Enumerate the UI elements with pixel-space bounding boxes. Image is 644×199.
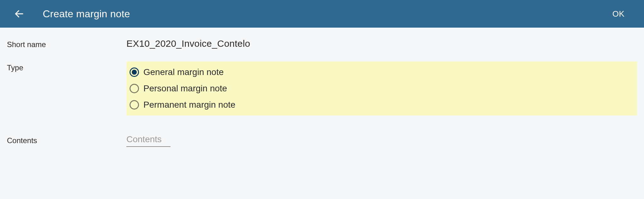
back-button[interactable] xyxy=(14,8,25,19)
short-name-value: EX10_2020_Invoice_Contelo xyxy=(126,38,250,49)
contents-label: Contents xyxy=(7,134,126,145)
contents-input[interactable] xyxy=(126,134,170,147)
type-row: Type General margin note Personal margin… xyxy=(7,62,637,116)
radio-icon xyxy=(130,84,139,93)
form-content: Short name EX10_2020_Invoice_Contelo Typ… xyxy=(0,28,644,170)
contents-row: Contents xyxy=(7,134,637,147)
short-name-row: Short name EX10_2020_Invoice_Contelo xyxy=(7,38,637,49)
type-radio-group: General margin note Personal margin note… xyxy=(126,62,637,116)
radio-label: Permanent margin note xyxy=(143,100,236,110)
short-name-label: Short name xyxy=(7,38,126,49)
arrow-left-icon xyxy=(14,8,25,19)
page-title: Create margin note xyxy=(43,8,607,20)
dialog-header: Create margin note OK xyxy=(0,0,644,28)
radio-icon xyxy=(130,67,139,77)
radio-icon xyxy=(130,100,139,110)
contents-field-wrapper xyxy=(126,134,170,147)
radio-label: Personal margin note xyxy=(143,83,227,94)
type-label: Type xyxy=(7,62,126,72)
radio-personal-margin-note[interactable]: Personal margin note xyxy=(130,82,634,95)
ok-button[interactable]: OK xyxy=(607,6,630,22)
radio-general-margin-note[interactable]: General margin note xyxy=(130,65,634,79)
radio-label: General margin note xyxy=(143,67,224,77)
radio-permanent-margin-note[interactable]: Permanent margin note xyxy=(130,98,634,112)
